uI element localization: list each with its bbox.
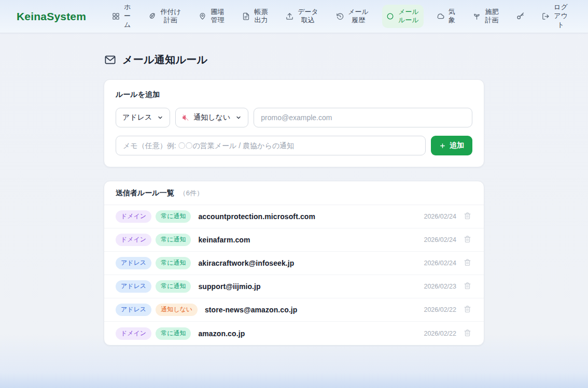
page-title: メール通知ルール <box>104 53 484 67</box>
main-content: メール通知ルール ルールを追加 アドレス 通知しない <box>104 33 484 346</box>
nav-item-home[interactable]: ホーム <box>108 0 135 33</box>
delete-rule-button[interactable] <box>463 234 472 246</box>
seed-icon <box>148 12 156 20</box>
nav-label: ログアウト <box>553 3 568 30</box>
delete-rule-button[interactable] <box>463 281 472 292</box>
circle-icon <box>386 12 394 20</box>
add-rule-button[interactable]: 追加 <box>431 136 472 155</box>
rule-row: ドメイン 常に通知 amazon.co.jp 2026/02/22 <box>104 322 484 345</box>
top-navigation: KeinaSystem ホーム 作付け計画 圃場管理 帳票出力 データ取込 <box>0 0 588 33</box>
cloud-icon <box>437 12 444 20</box>
nav-label: 作付け計画 <box>160 8 181 25</box>
rule-type-badge: アドレス <box>116 304 151 316</box>
nav-item-fertilizer-plan[interactable]: 施肥計画 <box>469 5 503 28</box>
rule-row: アドレス 通知しない store-news@amazon.co.jp 2026/… <box>104 298 484 322</box>
rule-action-badge: 常に通知 <box>156 210 191 223</box>
rule-value: store-news@amazon.co.jp <box>205 306 298 314</box>
nav-item-weather[interactable]: 気象 <box>432 5 460 28</box>
nav-label: 帳票出力 <box>254 8 269 25</box>
mail-icon <box>104 54 116 66</box>
nav-item-logout[interactable]: ログアウト <box>538 0 572 33</box>
rule-action-badge: 常に通知 <box>156 234 191 246</box>
logout-icon <box>542 12 550 20</box>
add-rule-heading: ルールを追加 <box>116 90 472 99</box>
nav-item-field-management[interactable]: 圃場管理 <box>194 5 229 28</box>
rule-value: amazon.co.jp <box>198 329 245 338</box>
rule-type-badge: ドメイン <box>116 210 151 223</box>
trash-icon <box>464 282 471 291</box>
nav-label: メールルール <box>398 8 419 25</box>
nav-item-key[interactable] <box>512 9 529 23</box>
chevron-down-icon <box>157 114 163 121</box>
nav-item-mail-history[interactable]: メール履歴 <box>332 5 373 28</box>
history-icon <box>336 12 344 20</box>
sender-rules-card: 送信者ルール一覧 （6件） ドメイン 常に通知 accountprotectio… <box>104 181 484 346</box>
rule-date: 2026/02/22 <box>424 306 456 313</box>
rule-type-value: アドレス <box>122 113 152 122</box>
rule-date: 2026/02/23 <box>424 283 456 290</box>
rule-action-badge: 常に通知 <box>156 280 191 293</box>
page-title-text: メール通知ルール <box>122 53 207 67</box>
nav-label: 圃場管理 <box>210 8 225 25</box>
nav-label: 施肥計画 <box>484 8 499 25</box>
rule-date: 2026/02/24 <box>424 213 456 220</box>
document-icon <box>242 12 250 20</box>
rule-date: 2026/02/24 <box>424 260 456 267</box>
map-pin-icon <box>199 12 206 20</box>
rule-value: support@iijmio.jp <box>198 282 260 291</box>
nav-label: データ取込 <box>297 8 319 25</box>
add-rule-card: ルールを追加 アドレス 通知しない 追加 <box>104 79 484 167</box>
rule-action-select[interactable]: 通知しない <box>175 108 248 127</box>
delete-rule-button[interactable] <box>463 257 472 269</box>
plus-icon <box>439 142 446 149</box>
sprout-icon <box>473 12 481 20</box>
nav-item-report-output[interactable]: 帳票出力 <box>238 5 273 28</box>
delete-rule-button[interactable] <box>463 211 472 222</box>
delete-rule-button[interactable] <box>463 328 472 339</box>
rule-date: 2026/02/24 <box>424 236 456 243</box>
rule-row: ドメイン 常に通知 accountprotection.microsoft.co… <box>104 205 484 228</box>
rule-value: keinafarm.com <box>198 236 250 244</box>
rule-type-badge: ドメイン <box>116 327 151 340</box>
brand-logo: KeinaSystem <box>17 10 86 23</box>
nav-item-mail-rules[interactable]: メールルール <box>382 5 424 28</box>
rule-action-badge: 常に通知 <box>156 257 191 269</box>
rule-type-badge: アドレス <box>116 280 151 293</box>
nav-label: メール履歴 <box>347 8 369 25</box>
rule-type-select[interactable]: アドレス <box>116 108 170 127</box>
rule-action-badge: 常に通知 <box>156 327 191 340</box>
trash-icon <box>464 235 471 245</box>
app-window: KeinaSystem ホーム 作付け計画 圃場管理 帳票出力 データ取込 <box>0 0 588 388</box>
key-icon <box>516 12 525 20</box>
add-rule-row-2: 追加 <box>116 136 472 155</box>
nav-item-planting-plan[interactable]: 作付け計画 <box>144 5 186 28</box>
grid-icon <box>112 12 120 20</box>
sender-rules-title: 送信者ルール一覧 <box>116 189 174 198</box>
delete-rule-button[interactable] <box>463 304 472 315</box>
upload-icon <box>286 12 293 20</box>
sender-rules-header: 送信者ルール一覧 （6件） <box>104 181 484 205</box>
trash-icon <box>464 212 471 221</box>
rule-type-badge: アドレス <box>116 257 151 269</box>
nav-label: 気象 <box>448 8 456 25</box>
chevron-down-icon <box>235 114 242 121</box>
nav-items: ホーム 作付け計画 圃場管理 帳票出力 データ取込 メール履歴 <box>108 0 572 33</box>
rule-row: アドレス 常に通知 akiracraftwork@infoseek.jp 202… <box>104 252 484 275</box>
memo-input[interactable] <box>116 136 426 155</box>
rule-type-badge: ドメイン <box>116 234 151 246</box>
sender-rules-count: （6件） <box>179 189 203 198</box>
trash-icon <box>464 329 471 338</box>
rule-row: アドレス 常に通知 support@iijmio.jp 2026/02/23 <box>104 275 484 298</box>
rule-action-badge: 通知しない <box>156 304 198 316</box>
rule-action-value: 通知しない <box>193 113 230 122</box>
mute-icon <box>182 114 189 121</box>
nav-label: ホーム <box>123 3 131 30</box>
rule-value: akiracraftwork@infoseek.jp <box>198 259 294 267</box>
address-input[interactable] <box>254 108 472 127</box>
trash-icon <box>464 258 471 268</box>
rule-row: ドメイン 常に通知 keinafarm.com 2026/02/24 <box>104 228 484 252</box>
nav-item-data-import[interactable]: データ取込 <box>282 5 323 28</box>
add-rule-row-1: アドレス 通知しない <box>116 108 472 127</box>
add-rule-button-label: 追加 <box>450 141 464 150</box>
rule-date: 2026/02/22 <box>424 330 456 337</box>
